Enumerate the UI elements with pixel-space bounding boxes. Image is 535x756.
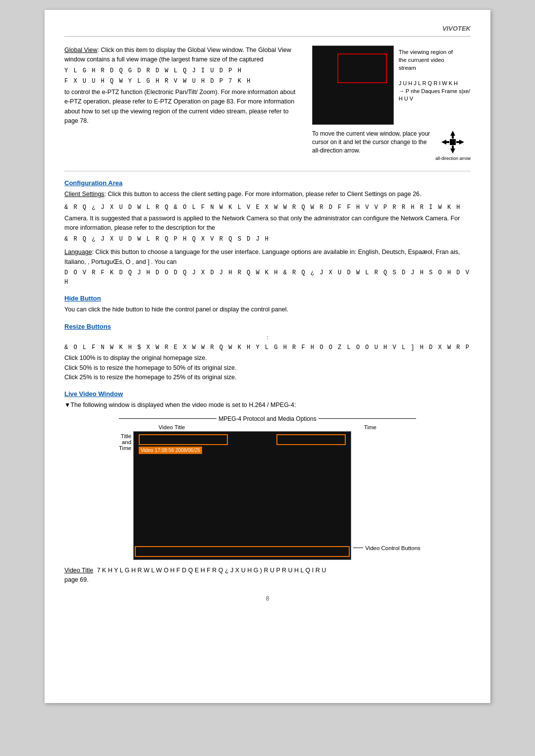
video-control-bar (135, 546, 350, 557)
video-title-link: Video Title (64, 567, 93, 574)
live-video-section: Live Video Window ▼The following window … (64, 390, 471, 585)
video-time-bar (276, 434, 346, 445)
resize-dot: : (64, 333, 471, 342)
top-labels: Video Title Time (159, 424, 376, 430)
config-encoded-section: & R Q ¿ J X U D W L R Q & O L F N W K L … (64, 203, 471, 244)
video-title-page-ref: page 69. (64, 576, 89, 583)
live-video-title: Live Video Window (64, 390, 471, 398)
hide-button-section: Hide Button You can click the hide butto… (64, 295, 471, 314)
page-header: VIVOTEK (64, 25, 471, 37)
video-control-label: Video Control Buttons (365, 545, 421, 551)
language-text: : Click this button to choose a language… (64, 249, 460, 265)
video-window-diagram: MPEG-4 Protocol and Media Options Video … (119, 415, 416, 560)
config-text-2: Camera. It is suggested that a password … (64, 215, 460, 231)
resize-line3: Click 25% is to resize the homepage to 2… (64, 374, 236, 381)
live-video-intro: ▼The following window is displayed when … (64, 401, 471, 410)
client-settings-paragraph: Client Settings: Click this button to ac… (64, 190, 471, 199)
config-encoded-1: & R Q ¿ J X U D W L R Q & O L F N W K L … (64, 203, 471, 212)
global-view-text2: to control the e-PTZ function (Electroni… (64, 89, 295, 124)
time-top-label: Time (364, 424, 376, 430)
svg-rect-3 (452, 146, 454, 150)
encoded-text-1: Y L G H R D Q G D R D W L Q J I U D P H (64, 66, 302, 76)
video-diagram-area: The viewing region of the curruent video… (312, 46, 471, 161)
video-window-container: Video 17:08:56 2008/06/25 (133, 431, 351, 560)
hide-button-text: You can click the hide button to hide th… (64, 305, 471, 314)
mpeg-line-left (119, 418, 216, 419)
control-line (353, 548, 363, 548)
video-title-section: Video Title 7 K H Y L G H R W L W O H F … (64, 566, 471, 585)
resize-line1: Click 100% is to display the original ho… (64, 354, 207, 361)
title-and-time-label: Title and Time (119, 431, 131, 451)
arrow-label-text: all-direction arrow (435, 156, 471, 161)
client-settings-text: : Click this button to access the client… (105, 191, 422, 198)
lang-encoded: D O V R F K D Q J H D O D Q J X D J H R … (64, 268, 471, 287)
resize-buttons-section: Resize Buttons : & O L F N W K H $ X W R… (64, 323, 471, 383)
page: VIVOTEK Global View: Click on this item … (45, 10, 490, 703)
video-overlay-label: Video 17:08:56 2008/06/25 (139, 447, 202, 454)
video-window: Video 17:08:56 2008/06/25 (133, 431, 351, 560)
global-view-link: Global View (64, 47, 97, 53)
viewing-region-callout: The viewing region of the curruent video… (399, 48, 471, 72)
callout-line2: the curruent video (399, 56, 471, 64)
viewing-region-box (337, 53, 387, 83)
brand-name: VIVOTEK (442, 25, 471, 32)
client-settings-link: Client Settings (64, 191, 105, 198)
mpeg-line-right (319, 418, 416, 419)
video-control-label-area: Video Control Buttons (353, 431, 421, 551)
video-title-encoded: 7 K H Y L G H R W L W O H F D Q E H F R … (97, 567, 326, 574)
mpeg-label-row: MPEG-4 Protocol and Media Options (119, 415, 416, 422)
svg-rect-5 (445, 141, 449, 143)
j-encoded: J U H J L R Q R I W K H (399, 80, 471, 87)
page-number: 8 (64, 595, 471, 602)
all-direction-arrow-icon (440, 130, 465, 154)
arrow-diagram: all-direction arrow (435, 130, 471, 161)
svg-rect-8 (450, 139, 456, 145)
configuration-area-title: Configuration Area (64, 179, 471, 187)
video-title-bar (139, 434, 228, 445)
move-cursor-callout: To move the current view window, place y… (312, 130, 471, 161)
callout-line1: The viewing region of (399, 48, 471, 56)
resize-line2: Click 50% is to resize the homepage to 5… (64, 364, 236, 371)
resize-buttons-title: Resize Buttons (64, 323, 471, 330)
encoded-text-2: F X U U H Q W Y L G H R V W U H D P 7 K … (64, 77, 302, 86)
move-cursor-text: To move the current view window, place y… (312, 130, 430, 154)
language-link: Language (64, 249, 92, 255)
video-preview-box (312, 46, 394, 125)
arrow-label: → P nhe Daques Frame s|xe/ H U V (399, 88, 471, 103)
config-encoded-2: & R Q ¿ J X U D W L R Q P H Q X V R Q S … (64, 235, 471, 244)
hide-button-title: Hide Button (64, 295, 471, 302)
video-title-top-label: Video Title (159, 424, 185, 430)
global-view-text: Global View: Click on this item to displ… (64, 46, 302, 161)
mpeg-protocol-label: MPEG-4 Protocol and Media Options (218, 415, 316, 422)
callout-line3: stream (399, 64, 471, 72)
resize-encoded: & O L F N W K H $ X W R E X W W R Q W K … (64, 343, 471, 353)
top-section: Global View: Click on this item to displ… (64, 46, 471, 161)
svg-rect-1 (452, 135, 454, 139)
resize-info: : & O L F N W K H $ X W R E X W W R Q W … (64, 333, 471, 383)
global-view-text1: : Click on this item to display the Glob… (64, 47, 291, 63)
svg-rect-7 (456, 141, 460, 143)
configuration-area-section: Configuration Area Client Settings: Clic… (64, 179, 471, 287)
global-view-paragraph: Global View: Click on this item to displ… (64, 46, 302, 126)
language-paragraph: Language: Click this button to choose a … (64, 248, 471, 287)
video-main-row: Title and Time Video 17:08:56 2008/06/25 (119, 431, 416, 560)
